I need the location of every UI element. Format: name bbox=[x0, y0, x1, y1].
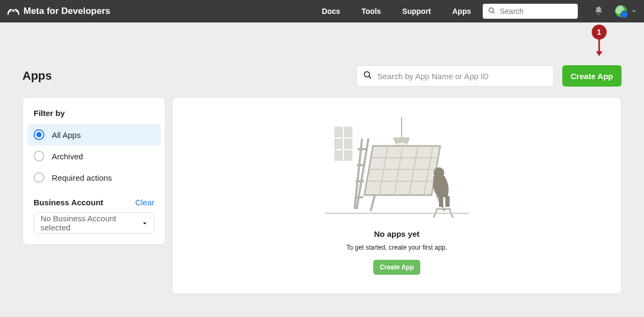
app-search[interactable] bbox=[356, 65, 554, 87]
svg-rect-5 bbox=[334, 127, 343, 137]
empty-create-app-button[interactable]: Create App bbox=[373, 260, 420, 275]
radio-icon bbox=[34, 172, 44, 183]
svg-rect-6 bbox=[344, 127, 352, 137]
svg-rect-8 bbox=[344, 138, 352, 149]
brand-name: Meta for Developers bbox=[23, 6, 111, 17]
nav-support[interactable]: Support bbox=[402, 7, 431, 16]
nav-apps[interactable]: Apps bbox=[452, 7, 471, 16]
empty-state-illustration bbox=[325, 117, 469, 224]
svg-point-3 bbox=[364, 72, 370, 77]
svg-line-4 bbox=[368, 76, 371, 78]
svg-rect-31 bbox=[445, 196, 450, 207]
page-header: Apps Create App bbox=[22, 22, 622, 97]
business-account-heading: Business Account bbox=[34, 198, 103, 207]
avatar-icon bbox=[615, 5, 627, 17]
business-account-select[interactable]: No Business Account selected bbox=[34, 212, 154, 234]
filter-option-all-apps[interactable]: All Apps bbox=[27, 124, 161, 145]
brand-logo[interactable]: Meta for Developers bbox=[0, 6, 111, 17]
app-search-input[interactable] bbox=[378, 72, 547, 81]
search-icon bbox=[363, 71, 372, 82]
svg-rect-30 bbox=[439, 196, 443, 207]
top-nav: Meta for Developers Docs Tools Support A… bbox=[0, 0, 644, 22]
empty-subtitle: To get started, create your first app. bbox=[347, 244, 447, 251]
page-title: Apps bbox=[22, 69, 52, 83]
nav-links: Docs Tools Support Apps bbox=[322, 7, 471, 16]
filter-option-label: Required actions bbox=[52, 173, 112, 182]
meta-logo-icon bbox=[7, 7, 19, 15]
svg-line-27 bbox=[371, 195, 375, 211]
svg-rect-10 bbox=[344, 150, 352, 161]
svg-rect-9 bbox=[334, 150, 343, 161]
global-search[interactable] bbox=[483, 4, 578, 19]
radio-icon bbox=[34, 151, 44, 161]
account-menu[interactable] bbox=[615, 5, 637, 17]
notifications-icon[interactable] bbox=[594, 6, 603, 17]
empty-title: No apps yet bbox=[374, 229, 419, 238]
filter-option-archived[interactable]: Archived bbox=[27, 145, 161, 167]
business-account-value: No Business Account selected bbox=[41, 214, 142, 232]
svg-line-1 bbox=[493, 11, 495, 13]
nav-docs[interactable]: Docs bbox=[322, 7, 340, 16]
filter-option-label: Archived bbox=[52, 152, 83, 161]
filter-option-required-actions[interactable]: Required actions bbox=[27, 167, 161, 188]
global-search-input[interactable] bbox=[500, 7, 572, 16]
apps-empty-card: No apps yet To get started, create your … bbox=[172, 97, 622, 294]
caret-down-icon bbox=[142, 219, 147, 228]
filter-heading: Filter by bbox=[27, 109, 161, 124]
svg-rect-7 bbox=[334, 138, 343, 149]
clear-link[interactable]: Clear bbox=[135, 198, 154, 207]
search-icon bbox=[488, 7, 496, 16]
svg-point-0 bbox=[489, 7, 493, 12]
filter-card: Filter by All Apps Archived Required act… bbox=[22, 97, 166, 245]
chevron-down-icon bbox=[631, 7, 637, 16]
nav-tools[interactable]: Tools bbox=[362, 7, 381, 16]
filter-option-label: All Apps bbox=[52, 130, 81, 140]
radio-icon bbox=[34, 129, 44, 140]
create-app-button[interactable]: Create App bbox=[562, 65, 622, 87]
